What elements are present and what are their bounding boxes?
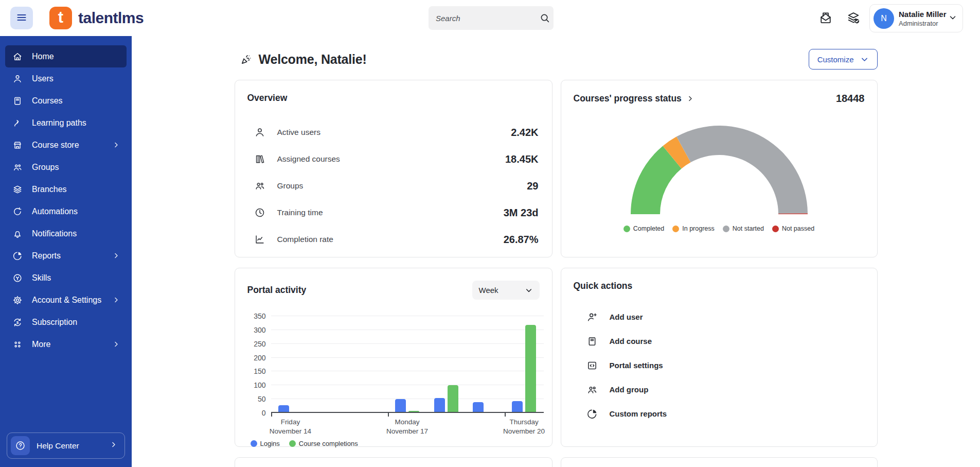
user-name: Natalie Miller xyxy=(899,10,943,19)
gridline xyxy=(271,343,544,344)
sidebar-item-groups[interactable]: Groups xyxy=(5,156,127,178)
legend-dot xyxy=(772,226,779,232)
sidebar-item-notifications[interactable]: Notifications xyxy=(5,222,127,245)
sidebar-item-branches[interactable]: Branches xyxy=(5,178,127,200)
subscription-icon: $ xyxy=(12,317,23,327)
action-label: Add user xyxy=(610,313,643,321)
sidebar-item-account-settings[interactable]: Account & Settings xyxy=(5,289,127,311)
inbox-mail-icon xyxy=(818,19,833,27)
stat-value: 3M 23d xyxy=(504,207,539,219)
search-icon[interactable] xyxy=(539,12,550,24)
chevron-right-icon xyxy=(112,296,120,304)
user-menu[interactable]: N Natalie Miller Administrator xyxy=(869,4,963,32)
customize-button[interactable]: Customize xyxy=(809,49,878,70)
x-axis-tick xyxy=(388,413,389,417)
bar-course-completions[interactable] xyxy=(408,411,419,412)
stat-label: Completion rate xyxy=(277,235,333,244)
sidebar-item-label: Groups xyxy=(32,163,59,172)
talentlms-dashboard: t talentlms N Natalie Miller Administrat… xyxy=(0,0,980,467)
action-label: Portal settings xyxy=(610,361,663,370)
legend-item-completed: Completed xyxy=(623,225,664,232)
bar-group-monday-november-17 xyxy=(388,399,427,412)
sidebar-item-learning-paths[interactable]: Learning paths xyxy=(5,112,127,134)
bar-logins[interactable] xyxy=(512,401,523,412)
stat-value: 29 xyxy=(527,180,538,192)
sidebar-item-reports[interactable]: Reports xyxy=(5,245,127,267)
portal-activity-card: Portal activity Week 0501001502002503003… xyxy=(235,268,553,447)
quick-actions-card: Quick actions Add userAdd coursePortal s… xyxy=(561,268,878,447)
main-content: Welcome, Natalie! Customize Overview Act… xyxy=(132,36,980,467)
stat-label: Assigned courses xyxy=(277,154,340,164)
gauge-legend: CompletedIn progressNot startedNot passe… xyxy=(574,225,865,232)
user-avatar: N xyxy=(874,8,894,29)
range-select-dropdown[interactable]: Week xyxy=(472,281,540,300)
add-group-action[interactable]: Add group xyxy=(574,377,865,402)
bar-group-thursday-november-20 xyxy=(505,325,544,412)
bar-group-friday-november-14 xyxy=(271,405,310,412)
stat-row-groups: Groups29 xyxy=(247,172,540,199)
logo-text: talentlms xyxy=(78,9,144,27)
y-axis-label: 200 xyxy=(248,354,266,362)
quick-actions-list: Add userAdd coursePortal settingsAdd gro… xyxy=(574,305,865,426)
portal-settings-action[interactable]: Portal settings xyxy=(574,353,865,377)
sidebar-item-users[interactable]: Users xyxy=(5,67,127,90)
stat-label: Groups xyxy=(277,181,304,191)
pie-icon xyxy=(586,408,598,420)
chart-icon xyxy=(254,233,266,246)
legend-label: Course completions xyxy=(299,440,358,447)
bar-logins[interactable] xyxy=(395,399,406,412)
course-stack-button[interactable] xyxy=(846,11,861,26)
y-axis-label: 50 xyxy=(248,395,266,403)
party-popper-icon xyxy=(240,53,253,66)
progress-status-link[interactable]: Courses' progress status xyxy=(574,93,694,104)
sidebar-item-courses[interactable]: Courses xyxy=(5,90,127,112)
messages-inbox-button[interactable] xyxy=(818,11,833,26)
gridline xyxy=(271,330,544,330)
sidebar-item-label: Subscription xyxy=(32,318,77,327)
sidebar-item-automations[interactable]: Automations xyxy=(5,200,127,222)
bar-course-completions[interactable] xyxy=(448,385,458,412)
custom-reports-action[interactable]: Custom reports xyxy=(574,402,865,426)
user-plus-icon xyxy=(586,311,598,323)
gridline xyxy=(271,385,544,385)
x-axis-label: FridayNovember 14 xyxy=(270,418,311,436)
hamburger-menu-button[interactable] xyxy=(10,7,33,29)
bar-logins[interactable] xyxy=(473,402,484,412)
sidebar-item-skills[interactable]: Skills xyxy=(5,267,127,289)
group-icon xyxy=(254,180,266,192)
add-course-action[interactable]: Add course xyxy=(574,329,865,353)
sidebar-item-label: Users xyxy=(32,74,54,83)
sidebar-item-subscription[interactable]: $Subscription xyxy=(5,311,127,333)
books-icon xyxy=(254,153,266,165)
overview-title: Overview xyxy=(247,93,540,103)
sidebar-item-label: Automations xyxy=(32,207,78,216)
range-selected-value: Week xyxy=(479,286,498,295)
chevron-right-icon xyxy=(112,141,120,149)
bar-course-completions[interactable] xyxy=(525,325,536,412)
customize-label: Customize xyxy=(817,55,854,64)
talentlms-logo[interactable]: t talentlms xyxy=(49,7,144,29)
portal-activity-title: Portal activity xyxy=(247,285,307,296)
sidebar-item-label: Courses xyxy=(32,96,63,106)
overview-stats: Active users2.42KAssigned courses18.45KG… xyxy=(247,119,540,253)
sidebar-item-label: Branches xyxy=(32,185,67,194)
legend-dot xyxy=(289,440,296,447)
chevron-down-icon xyxy=(525,286,533,295)
clock-icon xyxy=(254,206,266,219)
stat-label: Active users xyxy=(277,128,320,137)
gridline xyxy=(271,316,544,316)
sidebar-item-course-store[interactable]: Course store xyxy=(5,134,127,156)
sidebar-nav: HomeUsersCoursesLearning pathsCourse sto… xyxy=(0,36,132,433)
help-center-button[interactable]: Help Center xyxy=(7,433,125,459)
sidebar-item-more[interactable]: More xyxy=(5,333,127,355)
sidebar-item-home[interactable]: Home xyxy=(5,45,127,67)
search-input[interactable] xyxy=(436,14,539,23)
sidebar-item-label: More xyxy=(32,340,50,349)
legend-item-in-progress: In progress xyxy=(672,225,715,232)
stat-label: Training time xyxy=(277,208,323,217)
user-role: Administrator xyxy=(899,20,943,27)
y-axis-label: 100 xyxy=(248,381,266,389)
bar-logins[interactable] xyxy=(434,398,445,412)
bar-logins[interactable] xyxy=(278,405,289,412)
add-user-action[interactable]: Add user xyxy=(574,305,865,329)
